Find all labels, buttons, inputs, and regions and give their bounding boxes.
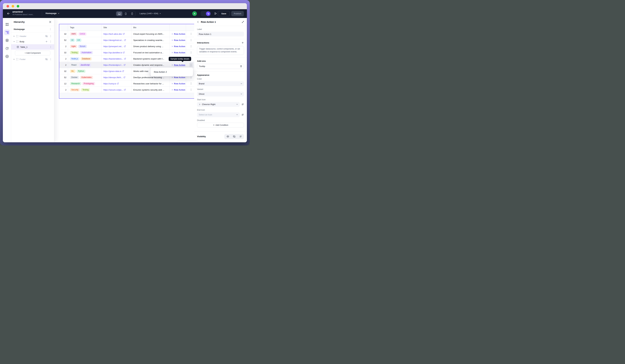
table-row[interactable]: 52UIUXhttps://designhub.io/...Specialize… [59,37,196,43]
floating-toolbar-stub[interactable] [177,141,198,142]
device-phone-button[interactable] [129,11,135,16]
sliders-icon[interactable] [241,103,244,106]
kebab-menu-icon[interactable] [189,44,193,49]
close-window-button[interactable] [6,5,9,7]
settings-tool[interactable] [4,54,10,59]
kebab-menu-icon[interactable] [189,50,193,55]
end-icon-select[interactable]: Select an Icon [197,112,240,117]
tree-item-table[interactable]: Table_1 [11,44,54,50]
color-select[interactable]: Brand [197,81,244,86]
trash-icon[interactable] [240,65,242,67]
site-link[interactable]: https://backenddevs... [101,56,131,62]
site-link[interactable]: https://frontendpro.f... [101,62,131,68]
end-icon-label: End Icon [197,109,244,111]
caret-right-icon[interactable] [13,35,15,37]
eye-off-icon[interactable] [45,58,48,60]
site-link[interactable]: https://pmexpert.net... [101,43,131,49]
row-action-label: Row Action [174,89,185,91]
table-widget[interactable]: Tags Site Bio 32AWSCI/CDhttps://tech.ali… [59,24,196,99]
caret-right-icon[interactable] [13,58,15,60]
datasource-tool[interactable] [4,37,10,43]
variant-select[interactable]: Ghost [197,92,244,96]
tag-pill: Prototyping [82,82,95,85]
visibility-visible-button[interactable] [225,134,231,139]
site-link[interactable]: https://tech.alice.dev [101,31,131,37]
hierarchy-page-row[interactable]: Homepage [11,26,54,32]
row-action-button[interactable]: Row Action [169,81,186,86]
caret-down-icon[interactable] [13,41,15,42]
row-number: 32 [59,68,68,74]
kebab-menu-icon[interactable] [49,35,52,38]
row-action-button[interactable]: Row Action [169,37,186,43]
publish-button[interactable]: Publish [231,11,244,16]
site-link[interactable]: https://secure.co/jac... [101,87,131,93]
site-url: https://qa.davidlee.io [103,51,122,54]
sliders-icon[interactable] [241,113,244,116]
start-icon-select[interactable]: Chevron Right [197,102,240,107]
tree-item-header[interactable]: Header [11,33,54,39]
viewport-size-selector[interactable]: Laptop (1440 × 834) [140,12,161,15]
addons-section: Add-ons Tooltip [194,58,247,72]
page-selector[interactable]: Homepage [46,12,60,14]
add-condition-button[interactable]: Add Condition [197,123,244,128]
kebab-menu-icon[interactable] [189,38,193,42]
minimize-window-button[interactable] [12,5,14,7]
collapse-panel-icon[interactable] [242,21,244,23]
site-link[interactable]: https://devops.life/h... [101,74,131,80]
add-interaction-button[interactable] [241,41,244,44]
back-arrow-icon[interactable] [7,12,10,15]
table-row[interactable]: 32AWSCI/CDhttps://tech.alice.devCloud ex… [59,31,196,37]
row-action-dropdown-item[interactable]: Row Action 2 [151,67,193,76]
tree-item-footer[interactable]: Footer [11,56,54,62]
site-link[interactable]: https://uxivy.io [101,81,131,86]
kebab-menu-icon[interactable] [49,46,52,48]
eye-off-icon[interactable] [45,35,48,37]
chevron-right-icon [171,77,173,78]
canvas-select-tool[interactable] [4,22,10,27]
kebab-menu-icon[interactable] [189,81,193,86]
row-action-button[interactable]: Row Action [169,31,186,37]
plus-icon[interactable] [45,40,48,43]
avatar[interactable]: A [192,11,197,16]
site-url: https://devops.life/h... [103,76,123,79]
kebab-menu-icon[interactable] [189,32,193,36]
chevron-left-icon[interactable] [197,21,199,23]
settings-panel-header: Row Action 1 [194,18,247,26]
close-icon[interactable] [49,21,52,23]
site-link[interactable]: https://qa.davidlee.io [101,50,131,56]
interact-mode-toggle[interactable] [201,11,211,16]
tags-cell: DockerKubernetes [68,74,101,80]
kebab-menu-icon[interactable] [49,40,52,43]
kebab-menu-icon[interactable] [49,28,52,30]
row-action-button[interactable]: Row Action [169,50,186,56]
visibility-hidden-button[interactable] [231,134,237,139]
table-row[interactable]: 2AgileScrumhttps://pmexpert.net...Drives… [59,43,196,50]
table-row[interactable]: 2SecurityTestinghttps://secure.co/jac...… [59,87,196,93]
hierarchy-tool[interactable] [4,29,10,35]
save-button[interactable]: Save [218,11,230,16]
row-action-button[interactable]: Row Action [169,43,186,49]
addon-tooltip-row[interactable]: Tooltip [197,64,244,69]
eye-off-icon [233,135,236,138]
kebab-menu-icon[interactable] [49,58,52,61]
tags-cell: MLPython [68,68,101,74]
kebab-menu-icon[interactable] [189,63,193,67]
history-tool[interactable] [4,46,10,51]
add-component-button[interactable]: + Add Component [15,51,50,56]
table-row[interactable]: 2ReactJavaScripthttps://frontendpro.f...… [59,62,196,68]
site-url: https://backenddevs... [103,58,123,60]
column-header-site: Site [101,24,131,31]
tree-item-body[interactable]: Body [11,39,54,44]
row-action-button[interactable]: Row Action [169,87,186,93]
device-tablet-button[interactable] [123,11,129,16]
site-link[interactable]: https://grace-data.io [101,68,131,74]
kebab-menu-icon[interactable] [189,87,193,92]
table-row[interactable]: 32TestingAutomationhttps://qa.davidlee.i… [59,50,196,56]
site-link[interactable]: https://designhub.io/... [101,37,131,43]
table-row[interactable]: 12ResearchPrototypinghttps://uxivy.ioRes… [59,81,196,87]
zoom-window-button[interactable] [17,5,19,7]
label-input[interactable]: Row Action 1 [197,32,244,36]
preview-play-button[interactable] [214,12,217,15]
visibility-condition-button[interactable] [237,134,244,139]
device-laptop-button[interactable] [116,11,122,16]
